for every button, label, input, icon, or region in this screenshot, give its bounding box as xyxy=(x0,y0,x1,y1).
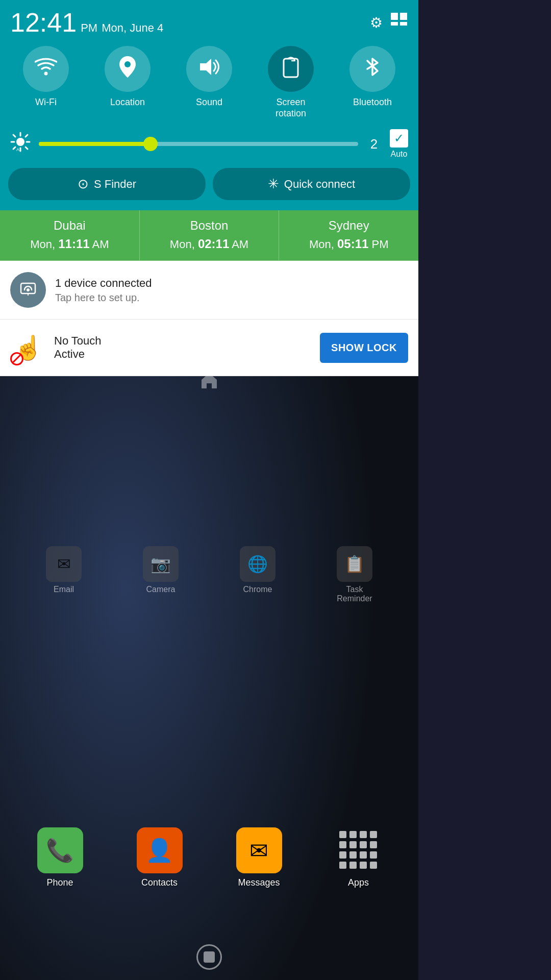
boston-period: AM xyxy=(232,238,248,251)
phone-dock-icon[interactable]: 📞 Phone xyxy=(37,827,83,888)
screen-rotation-toggle[interactable]: Screenrotation xyxy=(268,46,314,119)
svg-point-5 xyxy=(124,61,131,67)
quick-connect-icon: ✳ xyxy=(268,176,279,192)
chrome-icon: 🌐 xyxy=(240,546,276,582)
boston-day: Mon, xyxy=(170,238,195,251)
small-apps-row: ✉ Email 📷 Camera 🌐 Chrome 📋 TaskReminder xyxy=(0,541,418,608)
sound-label: Sound xyxy=(196,97,222,108)
sound-circle xyxy=(186,46,232,92)
svg-rect-2 xyxy=(391,22,398,26)
wifi-toggle[interactable]: Wi-Fi xyxy=(23,46,69,108)
checkbox: ✓ xyxy=(390,129,408,148)
svg-marker-6 xyxy=(200,59,211,75)
task-reminder-app-icon[interactable]: 📋 TaskReminder xyxy=(337,546,372,603)
sydney-day: Mon, xyxy=(309,238,334,251)
messages-icon: ✉ xyxy=(236,827,282,873)
hotspot-title: 1 device connected xyxy=(55,277,408,290)
quick-connect-label: Quick connect xyxy=(284,178,355,191)
no-touch-subtitle: Active xyxy=(54,348,312,361)
show-lock-button[interactable]: SHOW LOCK xyxy=(320,333,408,363)
dubai-time: 11:11 xyxy=(58,237,89,251)
brightness-icon: A xyxy=(10,132,31,156)
dubai-day: Mon, xyxy=(30,238,55,251)
clock-sydney[interactable]: Sydney Mon, 05:11 PM xyxy=(279,210,418,260)
dubai-city-name: Dubai xyxy=(6,218,133,233)
hotspot-icon-circle xyxy=(10,272,46,308)
bluetooth-icon xyxy=(363,55,382,84)
finder-row: ⊙ S Finder ✳ Quick connect xyxy=(0,168,418,210)
rotation-icon xyxy=(280,56,302,83)
location-label: Location xyxy=(110,97,145,108)
world-clock: Dubai Mon, 11:11 AM Boston Mon, 02:11 AM… xyxy=(0,210,418,261)
brightness-slider[interactable] xyxy=(39,142,358,146)
quick-connect-button[interactable]: ✳ Quick connect xyxy=(213,168,410,200)
hotspot-notification[interactable]: 1 device connected Tap here to set up. xyxy=(0,261,418,320)
time-date: Mon, June 4 xyxy=(102,21,163,35)
boston-city-time: Mon, 02:11 AM xyxy=(146,237,273,251)
camera-label: Camera xyxy=(146,585,176,594)
boston-city-name: Boston xyxy=(146,218,273,233)
auto-label: Auto xyxy=(391,150,408,159)
sydney-city-name: Sydney xyxy=(285,218,412,233)
svg-rect-3 xyxy=(400,22,407,26)
dubai-city-time: Mon, 11:11 AM xyxy=(6,237,133,251)
camera-app-icon[interactable]: 📷 Camera xyxy=(143,546,179,603)
clock-dubai[interactable]: Dubai Mon, 11:11 AM xyxy=(0,210,140,260)
svg-text:A: A xyxy=(16,147,19,152)
location-toggle[interactable]: Location xyxy=(105,46,151,108)
contacts-dock-icon[interactable]: 👤 Contacts xyxy=(137,827,183,888)
s-finder-label: S Finder xyxy=(94,178,136,191)
s-finder-icon: ⊙ xyxy=(78,176,89,192)
brightness-thumb xyxy=(143,137,158,151)
wifi-label: Wi-Fi xyxy=(35,97,57,108)
apps-dock-icon[interactable]: Apps xyxy=(336,827,382,888)
svg-point-19 xyxy=(27,288,30,291)
phone-label: Phone xyxy=(46,877,73,888)
status-bar: 12:41 PM Mon, June 4 ⚙ xyxy=(0,0,418,41)
sydney-period: PM xyxy=(371,238,388,251)
s-finder-button[interactable]: ⊙ S Finder xyxy=(8,168,206,200)
chrome-app-icon[interactable]: 🌐 Chrome xyxy=(240,546,276,603)
settings-icon[interactable]: ⚙ xyxy=(370,14,383,31)
chrome-label: Chrome xyxy=(243,585,272,594)
wifi-icon xyxy=(35,57,57,82)
email-icon: ✉ xyxy=(46,546,82,582)
sydney-time: 05:11 xyxy=(337,237,368,251)
task-reminder-icon: 📋 xyxy=(337,546,372,582)
task-reminder-label: TaskReminder xyxy=(337,585,372,603)
messages-dock-icon[interactable]: ✉ Messages xyxy=(236,827,282,888)
time-ampm: PM xyxy=(81,21,97,35)
grid-icon[interactable] xyxy=(390,12,408,33)
bluetooth-toggle[interactable]: Bluetooth xyxy=(349,46,395,108)
home-button[interactable] xyxy=(196,944,222,970)
svg-rect-1 xyxy=(400,13,407,20)
screen-rotation-label: Screenrotation xyxy=(276,97,306,119)
clock-boston[interactable]: Boston Mon, 02:11 AM xyxy=(140,210,280,260)
brightness-row: A 2 ✓ Auto xyxy=(0,129,418,168)
hotspot-text: 1 device connected Tap here to set up. xyxy=(55,277,408,304)
svg-rect-0 xyxy=(391,13,398,20)
boston-time: 02:11 xyxy=(198,237,229,251)
svg-point-4 xyxy=(44,71,48,75)
rotation-circle xyxy=(268,46,314,92)
sydney-city-time: Mon, 05:11 PM xyxy=(285,237,412,251)
phone-icon: 📞 xyxy=(37,827,83,873)
brightness-fill xyxy=(39,142,151,146)
bluetooth-label: Bluetooth xyxy=(353,97,392,108)
email-app-icon[interactable]: ✉ Email xyxy=(46,546,82,603)
dubai-period: AM xyxy=(92,238,109,251)
location-circle xyxy=(105,46,151,92)
svg-line-13 xyxy=(13,135,15,137)
hotspot-icon xyxy=(19,279,37,301)
messages-label: Messages xyxy=(238,877,280,888)
sound-toggle[interactable]: Sound xyxy=(186,46,232,108)
no-touch-icon-container: ☝ xyxy=(10,330,46,365)
time-block: 12:41 PM Mon, June 4 xyxy=(10,9,163,36)
location-icon xyxy=(118,55,137,83)
sound-icon xyxy=(197,57,221,82)
auto-brightness-checkbox[interactable]: ✓ Auto xyxy=(390,129,408,159)
apps-label: Apps xyxy=(348,877,369,888)
svg-point-8 xyxy=(16,138,24,146)
bluetooth-circle xyxy=(349,46,395,92)
email-label: Email xyxy=(54,585,74,594)
